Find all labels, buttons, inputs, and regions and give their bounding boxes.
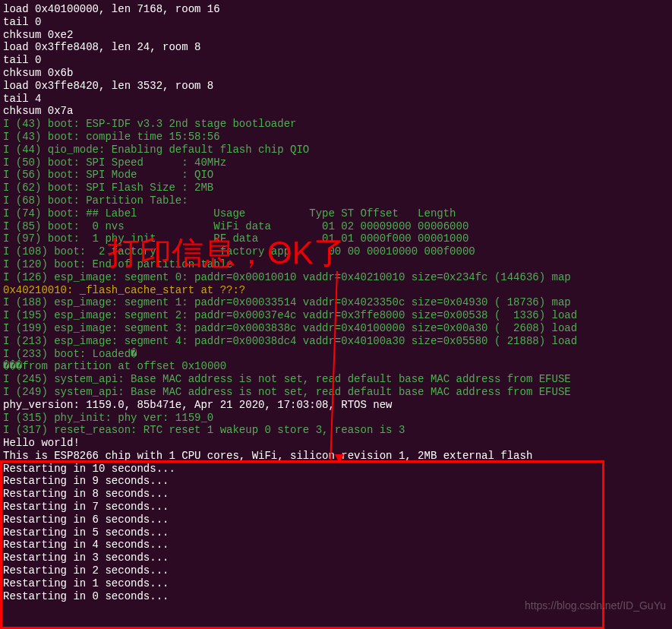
terminal-line: load 0x3ffe8408, len 24, room 8 [3, 41, 669, 54]
terminal-line: I (315) phy_init: phy ver: 1159_0 [3, 412, 669, 425]
terminal-line: chksum 0x7a [3, 105, 669, 118]
terminal-line: I (43) boot: compile time 15:58:56 [3, 131, 669, 144]
annotation-arrow-head [335, 454, 344, 463]
terminal-line: Restarting in 9 seconds... [3, 475, 669, 488]
terminal-line: I (50) boot: SPI Speed : 40MHz [3, 156, 669, 169]
terminal-line: load 0x40100000, len 7168, room 16 [3, 3, 669, 16]
terminal-line: Restarting in 2 seconds... [3, 564, 669, 577]
terminal-line: I (249) system_api: Base MAC address is … [3, 386, 669, 399]
terminal-line: Restarting in 4 seconds... [3, 539, 669, 552]
annotation-text: 打印信息，OK了 [108, 234, 345, 272]
terminal-line: Restarting in 5 seconds... [3, 526, 669, 539]
terminal-line: phy_version: 1159.0, 85b471e, Apr 21 202… [3, 399, 669, 412]
terminal-line: Restarting in 6 seconds... [3, 514, 669, 526]
terminal-line: Restarting in 8 seconds... [3, 488, 669, 501]
terminal-line: tail 0 [3, 16, 669, 29]
terminal-line: I (56) boot: SPI Mode : QIO [3, 169, 669, 182]
terminal-line: I (43) boot: ESP-IDF v3.3 2nd stage boot… [3, 118, 669, 131]
terminal-line: I (317) reset_reason: RTC reset 1 wakeup… [3, 424, 669, 437]
terminal-line: Restarting in 7 seconds... [3, 501, 669, 514]
terminal-line: I (62) boot: SPI Flash Size : 2MB [3, 182, 669, 194]
terminal-line: chksum 0x6b [3, 67, 669, 80]
terminal-line: I (85) boot: 0 nvs WiFi data 01 02 00009… [3, 220, 669, 233]
watermark-text: https://blog.csdn.net/ID_GuYu [525, 599, 666, 612]
terminal-line: Hello world! [3, 437, 669, 450]
terminal-line: load 0x3ffe8420, len 3532, room 8 [3, 80, 669, 93]
terminal-line: chksum 0xe2 [3, 29, 669, 42]
terminal-line: I (68) boot: Partition Table: [3, 194, 669, 207]
terminal-line: tail 0 [3, 54, 669, 67]
terminal-line: tail 4 [3, 93, 669, 106]
terminal-line: I (44) qio_mode: Enabling default flash … [3, 144, 669, 156]
terminal-line: I (233) boot: Loaded� [3, 348, 669, 361]
terminal-line: ���from partition at offset 0x10000 [3, 360, 669, 373]
terminal-line: Restarting in 3 seconds... [3, 552, 669, 564]
terminal-line: I (245) system_api: Base MAC address is … [3, 373, 669, 386]
terminal-line: Restarting in 1 seconds... [3, 577, 669, 590]
terminal-line: Restarting in 10 seconds... [3, 463, 669, 476]
terminal-line: I (74) boot: ## Label Usage Type ST Offs… [3, 207, 669, 220]
terminal-line: I (213) esp_image: segment 4: paddr=0x00… [3, 335, 669, 348]
